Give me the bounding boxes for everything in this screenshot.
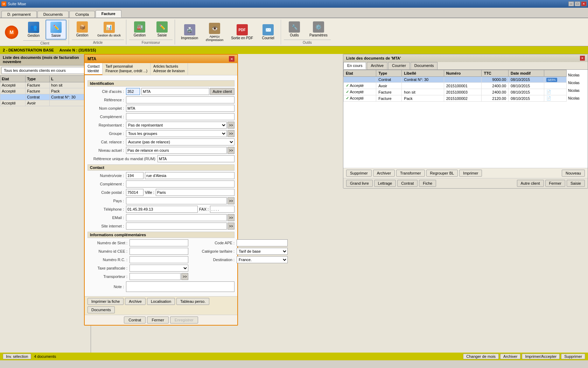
archiver-status-button[interactable]: Archiver bbox=[500, 354, 520, 359]
cle-acces-name-input[interactable] bbox=[141, 88, 209, 95]
localisation-button[interactable]: Localisation bbox=[147, 298, 175, 305]
taxe-select[interactable] bbox=[130, 265, 188, 272]
saisie-button[interactable]: Saisie bbox=[567, 180, 585, 187]
transformer-button[interactable]: Transformer bbox=[396, 170, 425, 177]
groupe-select[interactable]: Tous les groupes bbox=[126, 130, 227, 137]
fax-input[interactable] bbox=[210, 206, 234, 213]
sortie-pdf-button[interactable]: PDF Sortie en PDF bbox=[228, 22, 256, 42]
telephone-input[interactable] bbox=[126, 206, 198, 213]
filter-select[interactable]: Tous les documents clients en cours bbox=[1, 67, 89, 74]
apercu-button[interactable]: 👁️ Aperçud'impression bbox=[203, 21, 226, 43]
site-arrow[interactable]: >> bbox=[227, 223, 234, 230]
nom-complet-input[interactable] bbox=[126, 105, 234, 112]
tab-compta[interactable]: Compta bbox=[69, 11, 95, 18]
code-ape-input[interactable] bbox=[237, 239, 288, 246]
niveau-arrow[interactable]: >> bbox=[227, 147, 234, 154]
representant-arrow[interactable]: >> bbox=[227, 122, 234, 129]
right-table-row[interactable]: Contrat Contrat N°: 30 9000.00 08/10/201… bbox=[344, 77, 567, 83]
imprimer-fiche-button[interactable]: Imprimer la fiche bbox=[88, 298, 124, 305]
supprimer-status-button[interactable]: Supprimer bbox=[561, 354, 585, 359]
rum-input[interactable] bbox=[158, 155, 234, 162]
saisie-fourn-button[interactable]: ✏️ Saisie bbox=[152, 20, 173, 39]
tab-d-permanent[interactable]: D. permanent bbox=[1, 11, 37, 18]
close-button[interactable]: ✕ bbox=[581, 1, 587, 6]
documents-button[interactable]: Documents bbox=[88, 306, 115, 313]
mta-close-button[interactable]: ✕ bbox=[229, 56, 234, 62]
transporteur-input[interactable] bbox=[130, 273, 181, 280]
tab-en-cours[interactable]: En cours bbox=[343, 62, 366, 69]
site-input[interactable] bbox=[126, 223, 227, 230]
mta-tab-articles[interactable]: Articles facturésAdresse de livraison bbox=[150, 63, 188, 75]
inv-selection-button[interactable]: Inv. sélection bbox=[3, 354, 31, 359]
num-rc-input[interactable] bbox=[130, 256, 188, 263]
fermer-button[interactable]: Fermer bbox=[147, 316, 168, 323]
saisie-client-button[interactable]: ✏️ Saisie bbox=[46, 20, 66, 40]
mta-tab-tarif[interactable]: Tarif personnaliséFinance (banque, crédi… bbox=[103, 63, 150, 75]
nouveau-button[interactable]: Nouveau bbox=[562, 170, 585, 177]
tab-courrier[interactable]: Courrier bbox=[388, 62, 410, 69]
pays-arrow[interactable]: >> bbox=[227, 197, 234, 204]
impression-button[interactable]: 🖨️ Impression bbox=[178, 22, 201, 42]
complement-contact-input[interactable] bbox=[126, 180, 234, 188]
code-postal-input[interactable] bbox=[126, 189, 144, 196]
representant-select[interactable]: Pas de représentant bbox=[126, 122, 227, 129]
grand-livre-button[interactable]: Grand livre bbox=[346, 180, 373, 187]
autre-client-button[interactable]: Autre client bbox=[210, 88, 234, 95]
cat-relance-select[interactable]: Aucune (pas de relance) bbox=[126, 138, 234, 145]
maximize-button[interactable]: □ bbox=[575, 1, 580, 6]
title-bar-controls[interactable]: ─ □ ✕ bbox=[568, 1, 587, 6]
tab-documents[interactable]: Documents bbox=[37, 11, 69, 18]
gestion-article-button[interactable]: 📦 Gestion bbox=[72, 20, 93, 39]
voie-input[interactable] bbox=[145, 172, 234, 179]
panel-filter[interactable]: Tous les documents clients en cours bbox=[0, 66, 91, 75]
groupe-arrow[interactable]: >> bbox=[227, 130, 234, 137]
left-table-row[interactable]: Accepté Avoir bbox=[0, 100, 91, 106]
left-table-row[interactable]: Accepté Facture Pack bbox=[0, 88, 91, 94]
complement-input[interactable] bbox=[126, 113, 234, 120]
tableau-perso-button[interactable]: Tableau perso. bbox=[176, 298, 209, 305]
outils-button[interactable]: 🔧 Outils bbox=[284, 20, 305, 39]
lettrage-button[interactable]: Lettrage bbox=[374, 180, 396, 187]
courriel-button[interactable]: ✉️ Courriel bbox=[258, 22, 279, 42]
supprimer-right-button[interactable]: Supprimer bbox=[346, 170, 372, 177]
mta-tab-contact[interactable]: ContactIdentité bbox=[85, 63, 103, 75]
siret-input[interactable] bbox=[130, 239, 188, 246]
cat-tarifaire-select[interactable]: Tarif de base bbox=[237, 248, 288, 255]
tab-facture[interactable]: Facture bbox=[96, 10, 121, 18]
left-table-row[interactable]: Contrat Contrat N°: 30 bbox=[0, 94, 91, 100]
gestion-client-button[interactable]: 👥 Gestion bbox=[23, 20, 44, 39]
niveau-input[interactable] bbox=[126, 147, 227, 154]
changer-mois-button[interactable]: Changer de mois bbox=[463, 354, 499, 359]
imprimer-right-button[interactable]: Imprimer bbox=[459, 170, 482, 177]
regrouper-bl-button[interactable]: Regrouper BL bbox=[426, 170, 458, 177]
transporteur-arrow[interactable]: >> bbox=[181, 273, 188, 280]
gestion-stock-button[interactable]: 📊 Gestion du stock bbox=[94, 20, 124, 39]
tab-documents[interactable]: Documents bbox=[411, 62, 438, 69]
reference-input[interactable] bbox=[126, 96, 234, 103]
archiver-button[interactable]: Archiver bbox=[373, 170, 395, 177]
left-table-row[interactable]: Accepté Facture hon sit bbox=[0, 82, 91, 88]
num-cee-input[interactable] bbox=[130, 248, 188, 255]
right-table-row[interactable]: ✓ Accepté Facture Pack 2015100002 2120.0… bbox=[344, 95, 567, 102]
right-panel-close[interactable]: ✕ bbox=[580, 56, 585, 61]
contrat-button[interactable]: Contrat bbox=[124, 316, 146, 323]
right-table-row[interactable]: ✓ Accepté Facture hon sit 2015100003 240… bbox=[344, 89, 567, 95]
right-table-row[interactable]: ✓ Accepté Avoir 2015100001 2400.00 08/10… bbox=[344, 83, 567, 89]
minimize-button[interactable]: ─ bbox=[568, 1, 574, 6]
parametres-button[interactable]: ⚙️ Paramètres bbox=[306, 20, 331, 39]
gestion-fourn-button[interactable]: 🏭 Gestion bbox=[129, 20, 150, 39]
enregistrer-button[interactable]: Enregistrer bbox=[170, 316, 198, 323]
fermer-right-button[interactable]: Fermer bbox=[545, 180, 565, 187]
pays-input[interactable] bbox=[126, 197, 227, 204]
contrat-right-button[interactable]: Contrat bbox=[397, 180, 418, 187]
tab-archive[interactable]: Archive bbox=[367, 62, 387, 69]
email-input[interactable] bbox=[126, 214, 227, 221]
imprimer-accepter-button[interactable]: Imprimer/Accepter bbox=[522, 354, 560, 359]
numero-input[interactable] bbox=[126, 172, 144, 179]
ville-input[interactable] bbox=[156, 189, 234, 196]
destination-select[interactable]: France. bbox=[237, 256, 288, 263]
autre-client-right-button[interactable]: Autre client bbox=[517, 180, 544, 187]
fiche-button[interactable]: Fiche bbox=[419, 180, 436, 187]
cle-acces-input[interactable] bbox=[126, 88, 140, 95]
archive-button[interactable]: Archive bbox=[125, 298, 146, 305]
